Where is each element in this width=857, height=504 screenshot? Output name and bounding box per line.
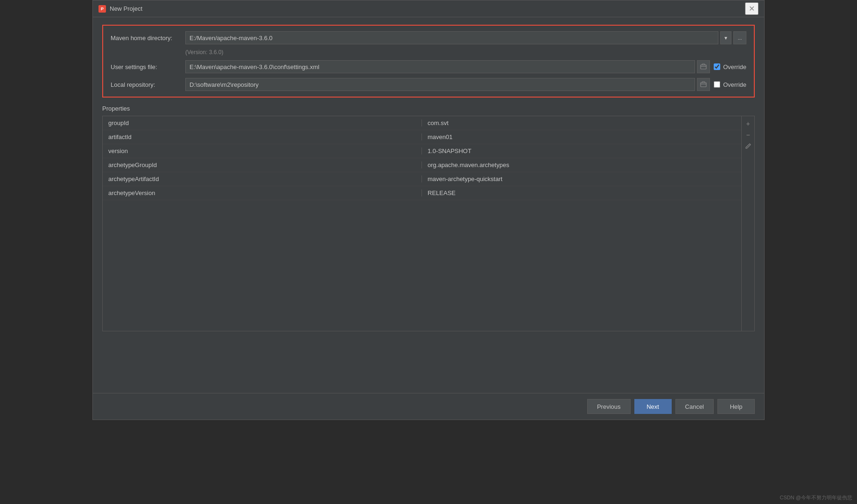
maven-home-label: Maven home directory: bbox=[111, 35, 185, 42]
property-key-artifactid: artifactId bbox=[103, 133, 422, 140]
property-row-archetype-artifactid[interactable]: archetypeArtifactId maven-archetype-quic… bbox=[103, 172, 741, 186]
properties-header: Properties bbox=[102, 105, 755, 112]
app-icon: P bbox=[98, 5, 106, 13]
user-settings-label: User settings file: bbox=[111, 63, 185, 70]
user-settings-input-container bbox=[185, 60, 710, 73]
user-settings-override-checkbox[interactable] bbox=[714, 63, 720, 70]
dialog-title: New Project bbox=[110, 5, 745, 12]
user-settings-override-label: Override bbox=[723, 63, 746, 70]
property-row-groupid[interactable]: groupId com.svt bbox=[103, 116, 741, 130]
title-bar: P New Project ✕ bbox=[93, 0, 764, 17]
property-key-archetype-groupid: archetypeGroupId bbox=[103, 161, 422, 168]
remove-property-button[interactable]: − bbox=[744, 130, 753, 140]
properties-table-wrapper: groupId com.svt artifactId maven01 versi… bbox=[102, 116, 755, 331]
property-row-artifactid[interactable]: artifactId maven01 bbox=[103, 130, 741, 144]
local-repo-browse-button[interactable] bbox=[697, 78, 710, 91]
close-button[interactable]: ✕ bbox=[745, 2, 759, 15]
property-row-archetype-groupid[interactable]: archetypeGroupId org.apache.maven.archet… bbox=[103, 158, 741, 172]
properties-empty-area bbox=[103, 200, 741, 331]
properties-table-content: groupId com.svt artifactId maven01 versi… bbox=[103, 116, 741, 331]
next-button[interactable]: Next bbox=[634, 399, 672, 414]
properties-side-actions: + − bbox=[741, 116, 754, 331]
cancel-button[interactable]: Cancel bbox=[675, 399, 714, 414]
property-value-artifactid: maven01 bbox=[422, 133, 741, 140]
property-key-groupid: groupId bbox=[103, 119, 422, 126]
edit-property-button[interactable] bbox=[744, 141, 753, 151]
dialog-footer: Previous Next Cancel Help bbox=[93, 393, 764, 420]
dialog-content: Maven home directory: ▼ ... (Version: 3.… bbox=[93, 17, 764, 393]
property-value-archetype-artifactid: maven-archetype-quickstart bbox=[422, 175, 741, 182]
local-repo-input[interactable] bbox=[185, 78, 695, 91]
local-repo-override-checkbox[interactable] bbox=[714, 81, 720, 88]
previous-button[interactable]: Previous bbox=[587, 399, 631, 414]
property-value-archetype-version: RELEASE bbox=[422, 189, 741, 196]
maven-home-input-container: ▼ ... bbox=[185, 31, 746, 44]
user-settings-input[interactable] bbox=[185, 60, 695, 73]
property-row-version[interactable]: version 1.0-SNAPSHOT bbox=[103, 144, 741, 158]
property-row-archetype-version[interactable]: archetypeVersion RELEASE bbox=[103, 186, 741, 200]
maven-home-row: Maven home directory: ▼ ... bbox=[111, 31, 746, 44]
maven-version-text: (Version: 3.6.0) bbox=[185, 49, 746, 56]
svg-rect-0 bbox=[701, 65, 706, 69]
maven-home-browse-button[interactable]: ... bbox=[733, 31, 746, 44]
maven-home-input[interactable] bbox=[185, 31, 718, 44]
help-button[interactable]: Help bbox=[717, 399, 755, 414]
property-key-archetype-artifactid: archetypeArtifactId bbox=[103, 175, 422, 182]
local-repo-row: Local repository: Over bbox=[111, 78, 746, 91]
maven-settings-section: Maven home directory: ▼ ... (Version: 3.… bbox=[102, 25, 755, 98]
property-value-archetype-groupid: org.apache.maven.archetypes bbox=[422, 161, 741, 168]
properties-section: Properties groupId com.svt artifactId ma… bbox=[102, 105, 755, 385]
property-key-archetype-version: archetypeVersion bbox=[103, 189, 422, 196]
local-repo-override-label: Override bbox=[723, 81, 746, 88]
maven-home-dropdown-button[interactable]: ▼ bbox=[720, 31, 731, 44]
watermark-text: CSDN @今年不努力明年徒伤悲 bbox=[780, 494, 852, 501]
local-repo-input-container bbox=[185, 78, 710, 91]
property-key-version: version bbox=[103, 147, 422, 154]
add-property-button[interactable]: + bbox=[744, 119, 753, 128]
user-settings-browse-button[interactable] bbox=[697, 60, 710, 73]
property-value-groupid: com.svt bbox=[422, 119, 741, 126]
svg-rect-1 bbox=[701, 83, 706, 87]
local-repo-label: Local repository: bbox=[111, 81, 185, 88]
user-settings-row: User settings file: Ov bbox=[111, 60, 746, 73]
property-value-version: 1.0-SNAPSHOT bbox=[422, 147, 741, 154]
